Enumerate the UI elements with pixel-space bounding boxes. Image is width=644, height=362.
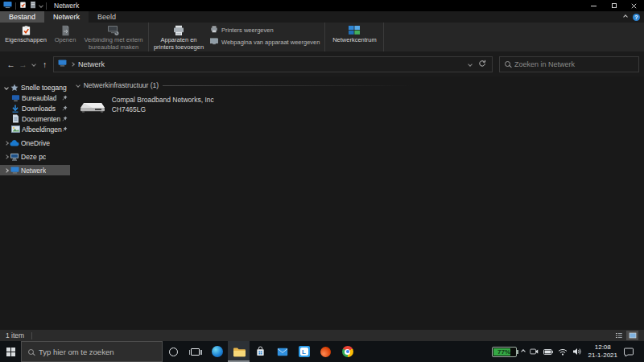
address-dropdown-chevron-icon[interactable] bbox=[468, 62, 473, 67]
documents-icon bbox=[10, 114, 20, 123]
file-explorer-icon bbox=[233, 347, 246, 357]
collapse-ribbon-icon[interactable] bbox=[623, 14, 628, 19]
titlebar-separator bbox=[15, 2, 16, 10]
window-title: Netwerk bbox=[54, 2, 79, 10]
downloads-icon bbox=[10, 104, 20, 113]
chevron-down-icon[interactable] bbox=[4, 85, 9, 90]
open-button[interactable]: Openen bbox=[50, 23, 80, 44]
windows-logo-icon bbox=[6, 348, 15, 356]
ribbon: Eigenschappen Openen Verbinding met exte… bbox=[0, 23, 644, 51]
taskbar: L 77% 12:08 21-1-2021 bbox=[0, 341, 644, 362]
sidebar-item-downloads[interactable]: Downloads bbox=[0, 103, 70, 113]
view-printers-button[interactable]: Printers weergeven bbox=[210, 26, 320, 35]
meet-now-icon[interactable] bbox=[530, 348, 539, 355]
refresh-icon[interactable] bbox=[478, 60, 486, 69]
chevron-right-icon[interactable] bbox=[4, 154, 9, 159]
office-button[interactable] bbox=[315, 341, 336, 362]
sidebar-label: OneDrive bbox=[21, 139, 50, 147]
remote-desktop-button[interactable]: Verbinding met extern bureaublad maken bbox=[80, 23, 147, 51]
search-box[interactable] bbox=[499, 56, 639, 72]
close-icon bbox=[631, 3, 637, 9]
navigation-pane: Snelle toegang Bureaublad Downloads bbox=[0, 76, 70, 330]
volume-icon[interactable] bbox=[572, 348, 582, 356]
sidebar-item-desktop[interactable]: Bureaublad bbox=[0, 93, 70, 103]
maximize-icon bbox=[612, 3, 617, 8]
breadcrumb-location[interactable]: Netwerk bbox=[78, 60, 105, 68]
view-webpage-button[interactable]: Webpagina van apparaat weergeven bbox=[210, 38, 320, 47]
file-list-area: Netwerkinfrastructuur (1) Compal Broadba… bbox=[70, 76, 644, 330]
pictures-icon bbox=[10, 125, 20, 134]
file-explorer-button[interactable] bbox=[228, 341, 250, 362]
large-icons-view-button[interactable] bbox=[626, 331, 638, 340]
add-devices-printer-icon bbox=[172, 24, 185, 36]
sidebar-item-pictures[interactable]: Afbeeldingen bbox=[0, 124, 70, 134]
device-name: Compal Broadband Networks, Inc bbox=[112, 96, 214, 105]
this-pc-icon bbox=[10, 152, 19, 161]
l-app-button[interactable]: L bbox=[293, 341, 315, 362]
tab-file[interactable]: Bestand bbox=[0, 11, 44, 23]
onedrive-cloud-icon bbox=[10, 138, 19, 147]
forward-button[interactable]: → bbox=[17, 60, 29, 69]
ribbon-group-location: Eigenschappen Openen Verbinding met exte… bbox=[0, 23, 149, 51]
desktop-icon bbox=[10, 93, 20, 102]
edge-icon bbox=[212, 346, 223, 357]
properties-button[interactable]: Eigenschappen bbox=[2, 23, 50, 44]
chevron-down-icon[interactable] bbox=[76, 83, 80, 88]
recent-locations-chevron-icon[interactable] bbox=[29, 63, 39, 66]
sidebar-label: Documenten bbox=[22, 115, 60, 123]
tab-view[interactable]: Beeld bbox=[89, 11, 125, 23]
chevron-right-icon[interactable] bbox=[4, 141, 9, 146]
close-button[interactable] bbox=[624, 0, 644, 11]
pin-icon[interactable] bbox=[62, 95, 68, 101]
details-view-icon bbox=[615, 331, 623, 339]
sidebar-item-documents[interactable]: Documenten bbox=[0, 113, 70, 124]
device-labels: Compal Broadband Networks, Inc CH7465LG bbox=[112, 94, 214, 115]
pin-icon[interactable] bbox=[62, 126, 68, 132]
task-view-button[interactable] bbox=[184, 341, 206, 362]
qat-button-icon[interactable] bbox=[30, 1, 36, 10]
large-icons-view-icon bbox=[629, 331, 637, 339]
sidebar-item-onedrive[interactable]: OneDrive bbox=[0, 138, 70, 148]
tab-network[interactable]: Netwerk bbox=[44, 11, 89, 23]
cortana-button[interactable] bbox=[163, 341, 184, 362]
mail-button[interactable] bbox=[271, 341, 293, 362]
network-center-button[interactable]: Netwerkcentrum bbox=[327, 23, 382, 44]
qat-customize-chevron-icon[interactable] bbox=[39, 3, 43, 8]
hidden-icons-chevron-icon[interactable] bbox=[521, 349, 526, 354]
pin-icon[interactable] bbox=[62, 105, 68, 111]
details-view-button[interactable] bbox=[613, 331, 625, 340]
chrome-icon bbox=[342, 346, 353, 357]
up-button[interactable]: ↑ bbox=[39, 60, 51, 69]
sidebar-item-network[interactable]: Netwerk bbox=[0, 165, 70, 175]
sidebar-item-quick-access[interactable]: Snelle toegang bbox=[0, 82, 70, 93]
sidebar-label: Deze pc bbox=[21, 153, 46, 161]
store-icon bbox=[255, 346, 266, 357]
address-field[interactable]: Netwerk bbox=[53, 56, 493, 72]
group-header-network-infrastructure[interactable]: Netwerkinfrastructuur (1) bbox=[76, 80, 644, 90]
minimize-button[interactable] bbox=[584, 0, 604, 11]
action-center-icon[interactable] bbox=[624, 348, 634, 356]
sidebar-item-this-pc[interactable]: Deze pc bbox=[0, 151, 70, 162]
search-input[interactable] bbox=[514, 60, 634, 68]
taskbar-clock[interactable]: 12:08 21-1-2021 bbox=[588, 343, 617, 360]
help-icon[interactable]: ? bbox=[633, 14, 640, 21]
start-button[interactable] bbox=[0, 341, 21, 362]
battery-tray-icon[interactable] bbox=[543, 349, 553, 355]
wifi-icon[interactable] bbox=[558, 348, 568, 356]
qat-properties-icon[interactable] bbox=[19, 1, 27, 10]
taskbar-search-input[interactable] bbox=[39, 348, 155, 356]
window-controls bbox=[584, 0, 644, 11]
chrome-button[interactable] bbox=[336, 341, 358, 362]
back-button[interactable]: ← bbox=[5, 60, 17, 69]
pin-icon[interactable] bbox=[62, 116, 68, 121]
store-button[interactable] bbox=[250, 341, 271, 362]
network-device-item[interactable]: Compal Broadband Networks, Inc CH7465LG bbox=[76, 94, 644, 117]
maximize-button[interactable] bbox=[604, 0, 624, 11]
mail-icon bbox=[277, 348, 288, 356]
network-icon bbox=[10, 166, 19, 175]
edge-button[interactable] bbox=[206, 341, 228, 362]
taskbar-search-box[interactable] bbox=[21, 341, 163, 362]
chevron-right-icon[interactable] bbox=[4, 168, 9, 173]
battery-meter-widget[interactable]: 77% bbox=[492, 347, 517, 357]
add-devices-button[interactable]: Apparaten en printers toevoegen bbox=[151, 23, 207, 51]
